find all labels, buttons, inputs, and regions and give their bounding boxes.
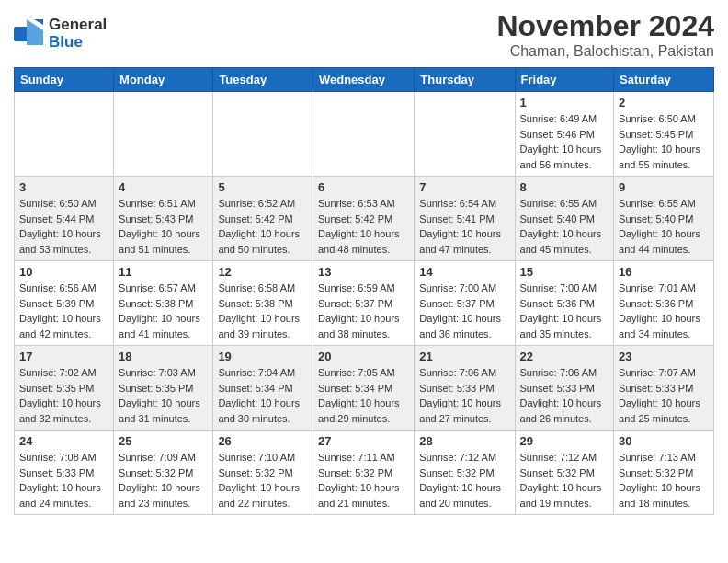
day-number: 13 (318, 265, 409, 279)
calendar-cell: 3Sunrise: 6:50 AM Sunset: 5:44 PM Daylig… (15, 177, 114, 261)
calendar-cell (415, 92, 515, 177)
day-number: 18 (119, 350, 208, 363)
logo-general: General (49, 16, 107, 33)
calendar-cell: 10Sunrise: 6:56 AM Sunset: 5:39 PM Dayli… (15, 261, 114, 346)
day-info: Sunrise: 7:06 AM Sunset: 5:33 PM Dayligh… (419, 365, 509, 426)
calendar-cell: 8Sunrise: 6:55 AM Sunset: 5:40 PM Daylig… (515, 177, 614, 261)
calendar-cell: 26Sunrise: 7:10 AM Sunset: 5:32 PM Dayli… (213, 431, 313, 515)
day-info: Sunrise: 6:58 AM Sunset: 5:38 PM Dayligh… (218, 281, 308, 341)
day-info: Sunrise: 6:52 AM Sunset: 5:42 PM Dayligh… (218, 196, 308, 257)
calendar-cell: 11Sunrise: 6:57 AM Sunset: 5:38 PM Dayli… (114, 261, 213, 346)
calendar-cell: 5Sunrise: 6:52 AM Sunset: 5:42 PM Daylig… (213, 177, 313, 261)
day-number: 24 (19, 434, 108, 448)
calendar-cell: 6Sunrise: 6:53 AM Sunset: 5:42 PM Daylig… (313, 177, 414, 261)
calendar-cell: 22Sunrise: 7:06 AM Sunset: 5:33 PM Dayli… (515, 346, 614, 431)
day-number: 20 (318, 350, 409, 363)
calendar-cell: 15Sunrise: 7:00 AM Sunset: 5:36 PM Dayli… (515, 261, 614, 346)
month-title: November 2024 (496, 9, 714, 43)
day-number: 7 (419, 180, 509, 194)
calendar-cell: 18Sunrise: 7:03 AM Sunset: 5:35 PM Dayli… (114, 346, 213, 431)
day-number: 5 (218, 180, 308, 194)
calendar-cell: 14Sunrise: 7:00 AM Sunset: 5:37 PM Dayli… (415, 261, 515, 346)
calendar-cell: 9Sunrise: 6:55 AM Sunset: 5:40 PM Daylig… (614, 177, 714, 261)
logo-icon (14, 19, 43, 49)
day-info: Sunrise: 6:57 AM Sunset: 5:38 PM Dayligh… (119, 281, 208, 341)
calendar-cell: 28Sunrise: 7:12 AM Sunset: 5:32 PM Dayli… (415, 431, 515, 515)
day-number: 14 (419, 265, 509, 279)
calendar-week-row: 1Sunrise: 6:49 AM Sunset: 5:46 PM Daylig… (15, 92, 714, 177)
day-number: 17 (19, 350, 108, 363)
day-info: Sunrise: 7:10 AM Sunset: 5:32 PM Dayligh… (218, 450, 308, 511)
day-info: Sunrise: 7:11 AM Sunset: 5:32 PM Dayligh… (318, 450, 409, 511)
weekday-header-monday: Monday (114, 68, 213, 92)
calendar-week-row: 10Sunrise: 6:56 AM Sunset: 5:39 PM Dayli… (15, 261, 714, 346)
calendar-cell: 12Sunrise: 6:58 AM Sunset: 5:38 PM Dayli… (213, 261, 313, 346)
day-number: 27 (318, 434, 409, 448)
day-info: Sunrise: 6:55 AM Sunset: 5:40 PM Dayligh… (520, 196, 609, 257)
calendar-cell: 23Sunrise: 7:07 AM Sunset: 5:33 PM Dayli… (614, 346, 714, 431)
header: General Blue November 2024 Chaman, Baloc… (14, 9, 714, 60)
day-info: Sunrise: 7:07 AM Sunset: 5:33 PM Dayligh… (619, 365, 709, 426)
logo-blue: Blue (49, 33, 83, 51)
calendar-cell (114, 92, 213, 177)
day-info: Sunrise: 7:09 AM Sunset: 5:32 PM Dayligh… (119, 450, 208, 511)
day-number: 12 (218, 265, 308, 279)
calendar-cell: 16Sunrise: 7:01 AM Sunset: 5:36 PM Dayli… (614, 261, 714, 346)
calendar-header-row: SundayMondayTuesdayWednesdayThursdayFrid… (15, 68, 714, 92)
calendar-cell: 2Sunrise: 6:50 AM Sunset: 5:45 PM Daylig… (614, 92, 714, 177)
day-info: Sunrise: 7:13 AM Sunset: 5:32 PM Dayligh… (619, 450, 709, 511)
day-info: Sunrise: 7:12 AM Sunset: 5:32 PM Dayligh… (520, 450, 609, 511)
calendar-cell: 19Sunrise: 7:04 AM Sunset: 5:34 PM Dayli… (213, 346, 313, 431)
day-number: 3 (19, 180, 108, 194)
calendar-cell (213, 92, 313, 177)
title-section: November 2024 Chaman, Balochistan, Pakis… (496, 9, 714, 60)
day-info: Sunrise: 7:05 AM Sunset: 5:34 PM Dayligh… (318, 365, 409, 426)
weekday-header-wednesday: Wednesday (313, 68, 414, 92)
day-info: Sunrise: 7:06 AM Sunset: 5:33 PM Dayligh… (520, 365, 609, 426)
calendar-cell: 27Sunrise: 7:11 AM Sunset: 5:32 PM Dayli… (313, 431, 414, 515)
weekday-header-friday: Friday (515, 68, 614, 92)
day-number: 6 (318, 180, 409, 194)
day-info: Sunrise: 7:01 AM Sunset: 5:36 PM Dayligh… (619, 281, 709, 341)
calendar-week-row: 3Sunrise: 6:50 AM Sunset: 5:44 PM Daylig… (15, 177, 714, 261)
day-info: Sunrise: 7:04 AM Sunset: 5:34 PM Dayligh… (218, 365, 308, 426)
day-info: Sunrise: 6:50 AM Sunset: 5:44 PM Dayligh… (19, 196, 108, 257)
day-info: Sunrise: 6:55 AM Sunset: 5:40 PM Dayligh… (619, 196, 709, 257)
day-info: Sunrise: 7:02 AM Sunset: 5:35 PM Dayligh… (19, 365, 108, 426)
day-number: 9 (619, 180, 709, 194)
day-info: Sunrise: 7:00 AM Sunset: 5:37 PM Dayligh… (419, 281, 509, 341)
weekday-header-saturday: Saturday (614, 68, 714, 92)
calendar-cell: 7Sunrise: 6:54 AM Sunset: 5:41 PM Daylig… (415, 177, 515, 261)
day-info: Sunrise: 6:56 AM Sunset: 5:39 PM Dayligh… (19, 281, 108, 341)
day-number: 2 (619, 96, 709, 109)
day-number: 23 (619, 350, 709, 363)
day-number: 11 (119, 265, 208, 279)
svg-marker-2 (34, 19, 43, 25)
calendar-cell: 20Sunrise: 7:05 AM Sunset: 5:34 PM Dayli… (313, 346, 414, 431)
day-info: Sunrise: 7:00 AM Sunset: 5:36 PM Dayligh… (520, 281, 609, 341)
day-number: 21 (419, 350, 509, 363)
logo: General Blue (14, 17, 107, 51)
calendar-week-row: 24Sunrise: 7:08 AM Sunset: 5:33 PM Dayli… (15, 431, 714, 515)
calendar-cell: 30Sunrise: 7:13 AM Sunset: 5:32 PM Dayli… (614, 431, 714, 515)
calendar-week-row: 17Sunrise: 7:02 AM Sunset: 5:35 PM Dayli… (15, 346, 714, 431)
calendar-cell: 17Sunrise: 7:02 AM Sunset: 5:35 PM Dayli… (15, 346, 114, 431)
location-title: Chaman, Balochistan, Pakistan (496, 43, 714, 60)
day-number: 10 (19, 265, 108, 279)
calendar-cell: 4Sunrise: 6:51 AM Sunset: 5:43 PM Daylig… (114, 177, 213, 261)
calendar-cell: 29Sunrise: 7:12 AM Sunset: 5:32 PM Dayli… (515, 431, 614, 515)
calendar-cell: 21Sunrise: 7:06 AM Sunset: 5:33 PM Dayli… (415, 346, 515, 431)
weekday-header-tuesday: Tuesday (213, 68, 313, 92)
day-number: 25 (119, 434, 208, 448)
day-info: Sunrise: 6:51 AM Sunset: 5:43 PM Dayligh… (119, 196, 208, 257)
day-number: 29 (520, 434, 609, 448)
weekday-header-sunday: Sunday (15, 68, 114, 92)
day-number: 8 (520, 180, 609, 194)
day-info: Sunrise: 6:53 AM Sunset: 5:42 PM Dayligh… (318, 196, 409, 257)
weekday-header-thursday: Thursday (415, 68, 515, 92)
day-info: Sunrise: 6:50 AM Sunset: 5:45 PM Dayligh… (619, 111, 709, 172)
day-info: Sunrise: 6:54 AM Sunset: 5:41 PM Dayligh… (419, 196, 509, 257)
calendar-cell: 13Sunrise: 6:59 AM Sunset: 5:37 PM Dayli… (313, 261, 414, 346)
day-info: Sunrise: 7:03 AM Sunset: 5:35 PM Dayligh… (119, 365, 208, 426)
day-number: 30 (619, 434, 709, 448)
